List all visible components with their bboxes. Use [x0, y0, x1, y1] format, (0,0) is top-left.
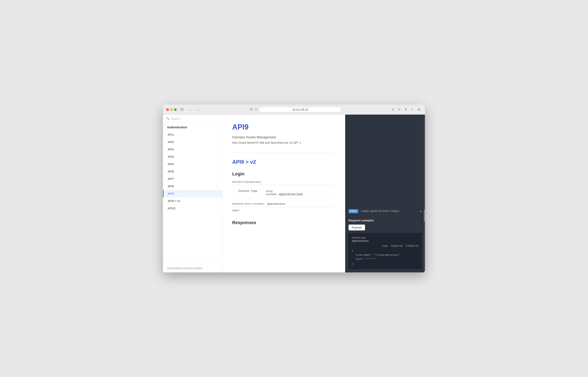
chevron-right-icon: ›: [217, 185, 218, 188]
api-title: API9: [232, 123, 335, 131]
sidebar-item-label: API3: [168, 148, 174, 151]
endpoint-card: POST /vapi/api9/v2/user/login ∨ Request …: [345, 207, 425, 272]
chevron-right-icon: ›: [217, 155, 218, 158]
username-value: "richardbranson": [374, 254, 400, 257]
panel-spacer: [345, 115, 425, 207]
api-desc: Hey Good News!!!!! We just launched our …: [232, 141, 335, 144]
svg-rect-0: [180, 108, 182, 111]
sidebar-item-label: API7: [168, 177, 174, 180]
code-content: { "username": "richardbranson", "pin": "…: [352, 249, 419, 266]
browser-refresh-icon[interactable]: ⟳: [250, 107, 253, 112]
endpoint-title: Login: [232, 171, 335, 177]
param-example: Example: application/json: [266, 193, 304, 196]
username-key: "username": [355, 254, 371, 257]
responses-title: Responses: [232, 220, 335, 225]
sidebar-item-api8[interactable]: API8 ›: [163, 183, 222, 190]
scrollbar-thumb[interactable]: [424, 209, 425, 222]
request-body-header: REQUEST BODY SCHEMA: application/json: [232, 202, 335, 207]
code-block: Content type application/json Copy Expan…: [348, 233, 422, 269]
new-tab-icon[interactable]: +: [409, 107, 415, 112]
code-block-header: Content type application/json: [352, 236, 419, 242]
scrollbar-track[interactable]: [424, 115, 425, 272]
content-type-label: Content type: [352, 236, 419, 239]
sidebar-item-api5[interactable]: API5 ›: [163, 160, 222, 168]
section-title: API9 > v2: [232, 159, 335, 165]
sidebar-item-label: API1: [168, 133, 174, 136]
footer-link[interactable]: Documentation Powered by ReDoc: [167, 267, 202, 269]
sidebar-item-label: API9 > v2: [168, 199, 180, 203]
param-name: Content-Type: [238, 189, 263, 193]
schema-badge: application/json: [267, 202, 285, 205]
forward-button[interactable]: ›: [195, 107, 201, 112]
browser-body: 🔍 Authentication API1 › API2 › API3 › AP…: [163, 115, 425, 272]
pin-value: "****": [366, 258, 376, 261]
expand-icon[interactable]: ∨: [420, 210, 422, 213]
share-icon[interactable]: ⬆: [403, 107, 409, 112]
example-label: Example:: [266, 193, 277, 196]
params-header: HEADER PARAMETERS: [232, 181, 335, 185]
sidebar-item-api4[interactable]: API4 ›: [163, 153, 222, 160]
sidebar-footer: Documentation Powered by ReDoc: [163, 263, 222, 272]
search-container: 🔍: [163, 115, 222, 123]
sidebar-item-label: API5: [168, 163, 174, 166]
chevron-right-icon: ›: [217, 148, 218, 151]
search-icon: 🔍: [166, 117, 169, 120]
right-panel: POST /vapi/api9/v2/user/login ∨ Request …: [345, 115, 425, 272]
traffic-light-minimize[interactable]: [170, 108, 173, 111]
sidebar-item-label: API8: [168, 185, 174, 188]
example-value: application/json: [278, 193, 304, 196]
svg-rect-3: [182, 110, 184, 111]
reload-icon[interactable]: ↻: [396, 107, 402, 112]
expand-all-button[interactable]: Expand all: [391, 244, 403, 247]
sidebar-item-api9v2[interactable]: API9 > v2 ›: [163, 197, 222, 205]
traffic-light-fullscreen[interactable]: [174, 108, 177, 111]
content-type-value: application/json: [352, 239, 419, 242]
sidebar-item-api10[interactable]: API10 ›: [163, 205, 222, 212]
sidebar-toggle-button[interactable]: [179, 107, 185, 112]
chevron-right-icon: ›: [217, 200, 218, 202]
sidebar-item-api2[interactable]: API2 ›: [163, 138, 222, 146]
sidebar: 🔍 Authentication API1 › API2 › API3 › AP…: [163, 115, 222, 272]
payload-button[interactable]: Payload: [348, 224, 365, 230]
param-arrow-icon: →: [232, 190, 235, 193]
endpoint-bar: POST /vapi/api9/v2/user/login ∨: [345, 207, 425, 215]
browser-chrome: ‹ › ⟳ 🛡 10.211.55.10 ⊡ ↻ ⬆ + ⊞: [163, 105, 425, 115]
sidebar-item-label: API2: [168, 141, 174, 144]
object-label: object: [232, 209, 335, 212]
param-type: string: [266, 189, 304, 193]
svg-rect-1: [182, 108, 184, 108]
sidebar-section-header: Authentication: [163, 123, 222, 131]
address-bar[interactable]: 10.211.55.10: [259, 107, 341, 112]
chevron-right-icon: ›: [217, 207, 218, 210]
browser-actions: ⊡ ↻ ⬆ + ⊞: [390, 107, 422, 112]
sidebar-item-api9[interactable]: API9: [163, 190, 222, 197]
back-button[interactable]: ‹: [187, 107, 193, 112]
search-wrap: 🔍: [166, 117, 219, 120]
svg-rect-2: [182, 109, 184, 110]
method-badge: POST: [348, 209, 358, 213]
api-subtitle: Improper Assets Management: [232, 135, 335, 139]
sidebar-item-api6[interactable]: API6 ›: [163, 168, 222, 175]
main-content: API9 Improper Assets Management Hey Good…: [222, 115, 345, 272]
search-input[interactable]: [171, 117, 219, 120]
collapse-all-button[interactable]: Collapse all: [406, 244, 419, 247]
param-row-content-type: → Content-Type string Example: applicati…: [232, 188, 335, 198]
open-brace: {: [352, 249, 353, 252]
sidebar-item-api1[interactable]: API1 ›: [163, 131, 222, 138]
close-brace: }: [352, 262, 353, 265]
code-actions: Copy Expand all Collapse all: [352, 244, 419, 247]
chevron-right-icon: ›: [217, 141, 218, 143]
sidebar-item-label: API10: [168, 207, 175, 210]
endpoint-path: /vapi/api9/v2/user/login: [361, 210, 420, 213]
chevron-right-icon: ›: [217, 177, 218, 180]
sidebar-item-api7[interactable]: API7 ›: [163, 175, 222, 183]
tab-overview-icon[interactable]: ⊞: [416, 107, 422, 112]
section-divider: [232, 153, 335, 153]
traffic-lights: [166, 108, 177, 111]
traffic-light-close[interactable]: [166, 108, 169, 111]
sidebar-item-label: API4: [168, 155, 174, 158]
copy-button[interactable]: Copy: [382, 244, 388, 247]
reader-mode-icon[interactable]: ⊡: [390, 107, 396, 112]
sidebar-item-api3[interactable]: API3 ›: [163, 146, 222, 153]
sidebar-item-label: API6: [168, 170, 174, 173]
